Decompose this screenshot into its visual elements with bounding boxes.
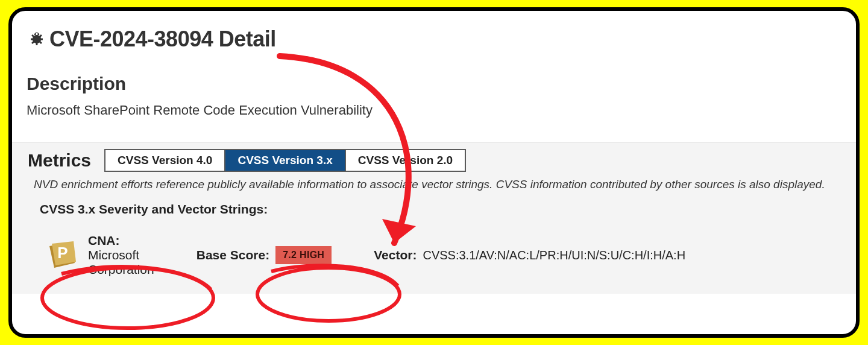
base-score-chip[interactable]: 7.2 HIGH <box>275 246 332 264</box>
provider-badge-icon: P <box>45 239 77 271</box>
metrics-header-row: Metrics CVSS Version 4.0 CVSS Version 3.… <box>28 149 840 172</box>
cve-detail-panel: CVE-2024-38094 Detail Description Micros… <box>8 7 860 338</box>
severity-vector-heading: CVSS 3.x Severity and Vector Strings: <box>40 202 840 217</box>
svg-text:P: P <box>57 244 68 262</box>
vector-value[interactable]: CVSS:3.1/AV:N/AC:L/PR:H/UI:N/S:U/C:H/I:H… <box>423 248 685 262</box>
cna-label: CNA: <box>88 233 120 247</box>
page-title: CVE-2024-38094 Detail <box>49 27 276 52</box>
description-text: Microsoft SharePoint Remote Code Executi… <box>27 103 841 118</box>
cna-group: P CNA: Microsoft Corporation <box>45 233 154 277</box>
vector-label: Vector: <box>374 248 417 262</box>
score-row: P CNA: Microsoft Corporation Base Score:… <box>45 233 840 277</box>
base-score-label: Base Score: <box>197 248 269 262</box>
cna-text: CNA: Microsoft Corporation <box>88 233 154 277</box>
tab-cvss-4[interactable]: CVSS Version 4.0 <box>104 149 225 172</box>
base-score-group: Base Score: 7.2 HIGH <box>197 246 332 264</box>
tab-cvss-3x[interactable]: CVSS Version 3.x <box>225 149 345 172</box>
description-heading: Description <box>27 74 841 94</box>
vector-group: Vector: CVSS:3.1/AV:N/AC:L/PR:H/UI:N/S:U… <box>374 248 685 262</box>
tab-cvss-2[interactable]: CVSS Version 2.0 <box>346 149 466 172</box>
cna-value: Microsoft Corporation <box>88 248 154 277</box>
cvss-version-tabs: CVSS Version 4.0 CVSS Version 3.x CVSS V… <box>104 149 466 172</box>
nvd-enrichment-note: NVD enrichment efforts reference publicl… <box>34 178 840 191</box>
metrics-heading: Metrics <box>28 150 91 171</box>
bug-icon <box>27 29 47 49</box>
title-row: CVE-2024-38094 Detail <box>27 27 841 52</box>
metrics-section: Metrics CVSS Version 4.0 CVSS Version 3.… <box>12 142 856 294</box>
